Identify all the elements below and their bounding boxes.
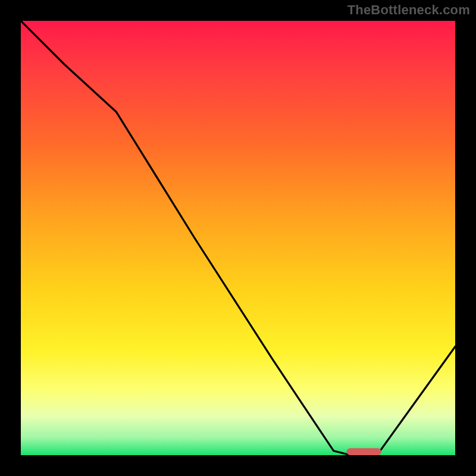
plot-area [21, 21, 455, 455]
watermark-text: TheBottleneck.com [347, 2, 470, 18]
bottleneck-curve-line [21, 21, 455, 455]
chart-overlay [21, 21, 455, 455]
optimal-range-marker [347, 448, 381, 455]
chart-frame: TheBottleneck.com [0, 0, 476, 476]
